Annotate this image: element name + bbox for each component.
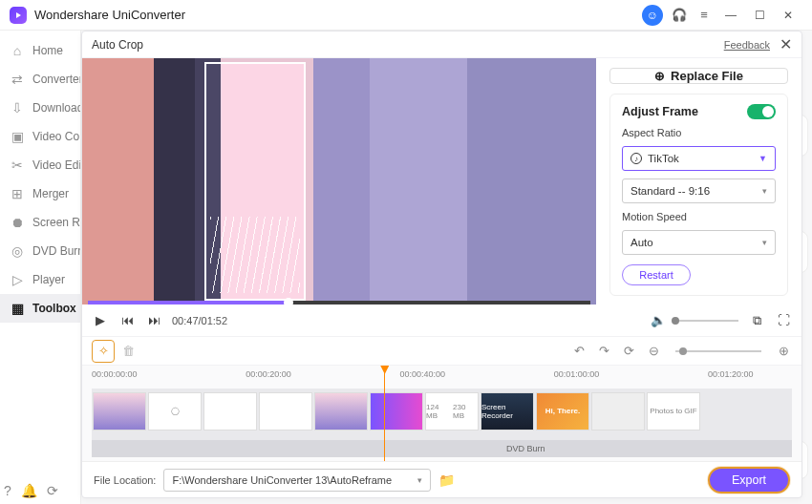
open-folder-icon[interactable]: 📁 — [438, 472, 455, 488]
timeline-thumb[interactable] — [203, 392, 257, 430]
video-progress-track[interactable] — [88, 301, 590, 304]
side-controls: ⊕ Replace File Adjust Frame Aspect Ratio… — [596, 58, 801, 304]
motion-speed-label: Motion Speed — [622, 211, 776, 222]
downloader-icon: ⇩ — [10, 100, 25, 116]
auto-crop-panel: Auto Crop Feedback ✕ — [81, 31, 802, 498]
compressor-icon: ▣ — [10, 129, 25, 144]
adjust-frame-card: Adjust Frame Aspect Ratio ♪ TikTok ▼ Sta… — [609, 94, 788, 296]
zoom-out-icon[interactable]: ⊖ — [645, 344, 662, 358]
refresh-icon[interactable]: ⟳ — [47, 483, 58, 498]
window-minimize-button[interactable]: — — [716, 3, 745, 28]
fullscreen-icon[interactable]: ⛶ — [775, 313, 792, 327]
restart-button[interactable]: Restart — [622, 264, 691, 285]
menu-icon[interactable]: ≡ — [692, 3, 716, 28]
zoom-slider[interactable] — [675, 350, 761, 352]
motion-speed-dropdown[interactable]: Auto ▾ — [622, 230, 776, 255]
volume-track[interactable] — [672, 320, 738, 322]
add-clip-button[interactable]: ✧ — [92, 340, 115, 363]
track-label: DVD Burn — [506, 444, 545, 453]
export-button[interactable]: Export — [708, 467, 790, 494]
timeline-thumb[interactable]: Hi, There. — [536, 392, 589, 430]
sidebar-item-player[interactable]: ▷Player — [0, 265, 80, 294]
timeline-thumb[interactable] — [93, 392, 146, 430]
standard-value: Standard -- 9:16 — [630, 185, 710, 197]
volume-control[interactable]: 🔈 — [651, 313, 738, 327]
sidebar-item-label: Video Editor — [32, 158, 80, 172]
chevron-down-icon: ▾ — [417, 475, 422, 485]
play-icon[interactable]: ▶ — [92, 313, 109, 327]
crop-outline[interactable] — [204, 62, 306, 301]
sidebar-item-label: Screen Recorder — [32, 216, 80, 229]
dvd-icon: ◎ — [10, 243, 25, 259]
panel-title: Auto Crop — [92, 38, 143, 52]
undo-icon[interactable]: ↶ — [570, 344, 588, 358]
titlebar: Wondershare UniConverter ☺ 🎧 ≡ — ☐ ✕ — [0, 0, 812, 31]
sidebar-item-editor[interactable]: ✂Video Editor — [0, 151, 80, 179]
sidebar-item-dvd[interactable]: ◎DVD Burner — [0, 237, 80, 265]
sidebar-item-toolbox[interactable]: ▦Toolbox — [0, 294, 80, 323]
refresh-icon[interactable]: ⟳ — [620, 344, 637, 358]
panel-header: Auto Crop Feedback ✕ — [82, 32, 801, 58]
timeline-thumb[interactable]: ◯ — [148, 392, 202, 430]
standard-dropdown[interactable]: Standard -- 9:16 ▾ — [622, 178, 776, 203]
restart-label: Restart — [639, 269, 673, 281]
window-maximize-button[interactable]: ☐ — [745, 3, 774, 28]
account-avatar-icon[interactable]: ☺ — [642, 5, 663, 26]
home-icon: ⌂ — [10, 43, 25, 58]
feedback-link[interactable]: Feedback — [724, 39, 770, 51]
sidebar-item-label: Toolbox — [32, 302, 76, 315]
recorder-icon: ⏺ — [10, 215, 25, 230]
timeline-thumb[interactable] — [259, 392, 312, 430]
replace-file-button[interactable]: ⊕ Replace File — [609, 68, 788, 84]
file-location-dropdown[interactable]: F:\Wondershare UniConverter 13\AutoRefra… — [163, 469, 431, 492]
toolbox-icon: ▦ — [10, 301, 25, 316]
ruler-mark: 00:01:20:00 — [708, 369, 754, 379]
bell-icon[interactable]: 🔔 — [21, 483, 37, 498]
export-label: Export — [732, 473, 766, 487]
sidebar-item-recorder[interactable]: ⏺Screen Recorder — [0, 208, 80, 237]
editor-icon: ✂ — [10, 158, 25, 173]
timeline-thumb[interactable]: Photos to GIF — [647, 392, 700, 430]
prev-frame-icon[interactable]: ⏮ — [118, 313, 136, 327]
replace-file-label: Replace File — [671, 69, 743, 83]
window-close-button[interactable]: ✕ — [774, 3, 802, 28]
progress-knob-icon[interactable] — [284, 298, 293, 304]
tiktok-icon: ♪ — [630, 153, 642, 164]
chevron-down-icon: ▾ — [762, 238, 767, 247]
sidebar-item-converter[interactable]: ⇄Converter — [0, 65, 80, 94]
timeline-thumb[interactable] — [370, 392, 423, 430]
app-title: Wondershare UniConverter — [34, 8, 185, 22]
size-chip: 230 MB — [453, 403, 478, 420]
thumb-label: Photos to GIF — [650, 407, 696, 415]
adjust-frame-toggle[interactable] — [747, 104, 776, 119]
sidebar-item-label: Converter — [32, 73, 80, 86]
player-icon: ▷ — [10, 272, 25, 287]
redo-icon[interactable]: ↷ — [595, 344, 612, 358]
aspect-ratio-dropdown[interactable]: ♪ TikTok ▼ — [622, 146, 776, 171]
close-icon[interactable]: ✕ — [780, 35, 792, 53]
delete-icon[interactable]: 🗑 — [122, 344, 135, 358]
timeline-thumb[interactable] — [314, 392, 368, 430]
snapshot-icon[interactable]: ⧉ — [748, 313, 765, 328]
video-preview[interactable] — [82, 58, 596, 304]
timeline-thumb[interactable] — [591, 392, 645, 430]
timeline[interactable]: 00:00:00:00 00:00:20:00 00:00:40:00 00:0… — [82, 366, 801, 461]
time-label: 00:47/01:52 — [172, 315, 227, 326]
next-frame-icon[interactable]: ⏭ — [145, 313, 162, 327]
merger-icon: ⊞ — [10, 186, 25, 201]
plus-circle-icon: ⊕ — [654, 69, 665, 83]
zoom-in-icon[interactable]: ⊕ — [775, 344, 792, 358]
sidebar-item-compressor[interactable]: ▣Video Compressor — [0, 122, 80, 151]
sidebar-item-downloader[interactable]: ⇩Downloader — [0, 94, 80, 122]
headset-icon[interactable]: 🎧 — [667, 3, 692, 28]
timeline-ruler: 00:00:00:00 00:00:20:00 00:00:40:00 00:0… — [92, 369, 792, 385]
playhead[interactable] — [384, 366, 385, 461]
timeline-thumb[interactable]: 124 MB 230 MB — [425, 392, 479, 430]
sidebar-item-home[interactable]: ⌂Home — [0, 36, 80, 65]
footer: File Location: F:\Wondershare UniConvert… — [82, 461, 801, 497]
timeline-thumb[interactable]: Screen Recorder — [481, 392, 534, 430]
help-icon[interactable]: ? — [4, 483, 11, 498]
sidebar-item-label: Video Compressor — [32, 130, 80, 143]
sidebar-item-merger[interactable]: ⊞Merger — [0, 179, 80, 208]
speaker-icon: 🔈 — [651, 313, 666, 327]
